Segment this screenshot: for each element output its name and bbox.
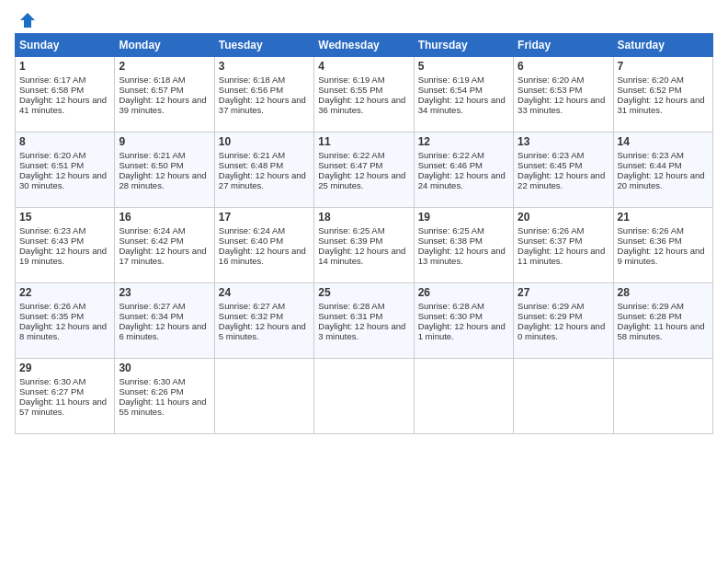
day-info-line: Sunset: 6:27 PM (19, 386, 84, 396)
day-info-line: Sunrise: 6:23 AM (19, 225, 85, 236)
calendar-cell: 29Sunrise: 6:30 AMSunset: 6:27 PMDayligh… (16, 359, 115, 434)
day-info-line: Sunset: 6:57 PM (119, 85, 183, 95)
calendar-cell: 13Sunrise: 6:23 AMSunset: 6:45 PMDayligh… (514, 132, 613, 208)
day-info-line: Daylight: 12 hours and 36 minutes. (318, 95, 405, 115)
day-info-line: Daylight: 11 hours and 55 minutes. (119, 396, 206, 417)
day-info-line: Sunset: 6:28 PM (618, 311, 682, 321)
day-info-line: Sunset: 6:53 PM (518, 85, 582, 95)
day-info-line: Sunset: 6:34 PM (119, 311, 183, 321)
day-info-line: Sunrise: 6:20 AM (518, 75, 584, 85)
day-number: 2 (119, 60, 210, 73)
day-info-line: Sunset: 6:48 PM (219, 160, 283, 170)
day-number: 24 (219, 286, 310, 299)
day-number: 14 (618, 135, 709, 148)
day-number: 18 (318, 211, 409, 224)
day-number: 13 (518, 135, 609, 148)
day-number: 23 (119, 286, 210, 299)
calendar-cell: 30Sunrise: 6:30 AMSunset: 6:26 PMDayligh… (115, 359, 214, 434)
day-info-line: Daylight: 12 hours and 20 minutes. (618, 170, 705, 190)
day-info-line: Sunrise: 6:21 AM (219, 150, 285, 160)
day-info-line: Daylight: 12 hours and 28 minutes. (119, 170, 206, 190)
day-info-line: Sunrise: 6:28 AM (418, 301, 484, 311)
day-number: 16 (119, 211, 210, 224)
day-info-line: Daylight: 12 hours and 30 minutes. (19, 170, 107, 190)
calendar-cell: 11Sunrise: 6:22 AMSunset: 6:47 PMDayligh… (314, 132, 414, 208)
day-info-line: Sunrise: 6:24 AM (119, 225, 185, 236)
day-number: 1 (19, 60, 110, 73)
day-info-line: Sunrise: 6:25 AM (318, 225, 384, 236)
calendar-cell: 18Sunrise: 6:25 AMSunset: 6:39 PMDayligh… (314, 208, 414, 283)
day-number: 11 (318, 135, 409, 148)
day-info-line: Sunrise: 6:20 AM (19, 150, 85, 160)
day-info-line: Daylight: 12 hours and 27 minutes. (219, 170, 306, 190)
day-info-line: Sunrise: 6:19 AM (318, 75, 384, 85)
day-info-line: Sunrise: 6:30 AM (119, 376, 185, 386)
day-info-line: Daylight: 12 hours and 34 minutes. (418, 95, 506, 115)
day-info-line: Sunrise: 6:29 AM (618, 301, 684, 311)
day-info-line: Sunrise: 6:27 AM (119, 301, 185, 311)
day-number: 17 (219, 211, 310, 224)
day-header-tuesday: Tuesday (214, 34, 313, 57)
calendar-cell: 8Sunrise: 6:20 AMSunset: 6:51 PMDaylight… (16, 132, 115, 208)
day-number: 28 (618, 286, 709, 299)
day-number: 7 (618, 60, 709, 73)
day-number: 19 (418, 211, 509, 224)
day-info-line: Daylight: 12 hours and 22 minutes. (518, 170, 605, 190)
calendar-cell: 3Sunrise: 6:18 AMSunset: 6:56 PMDaylight… (214, 57, 313, 132)
day-info-line: Daylight: 12 hours and 31 minutes. (618, 95, 705, 115)
day-info-line: Sunrise: 6:27 AM (219, 301, 285, 311)
day-number: 4 (318, 60, 409, 73)
day-number: 8 (19, 135, 110, 148)
day-info-line: Sunrise: 6:26 AM (518, 225, 584, 236)
day-number: 12 (418, 135, 509, 148)
day-info-line: Sunset: 6:29 PM (518, 311, 582, 321)
day-info-line: Daylight: 12 hours and 39 minutes. (119, 95, 206, 115)
calendar-cell (613, 359, 712, 434)
calendar-cell: 25Sunrise: 6:28 AMSunset: 6:31 PMDayligh… (314, 283, 414, 359)
day-info-line: Sunrise: 6:17 AM (19, 75, 85, 85)
day-number: 22 (19, 286, 110, 299)
day-info-line: Sunrise: 6:24 AM (219, 225, 285, 236)
day-info-line: Sunrise: 6:18 AM (219, 75, 285, 85)
calendar-week-1: 1Sunrise: 6:17 AMSunset: 6:58 PMDaylight… (16, 57, 713, 132)
day-info-line: Sunset: 6:56 PM (219, 85, 283, 95)
day-number: 30 (119, 362, 210, 374)
day-info-line: Sunset: 6:54 PM (418, 85, 483, 95)
calendar-cell: 21Sunrise: 6:26 AMSunset: 6:36 PMDayligh… (613, 208, 712, 283)
day-info-line: Daylight: 12 hours and 6 minutes. (119, 321, 206, 341)
day-info-line: Sunrise: 6:23 AM (618, 150, 684, 160)
day-info-line: Sunrise: 6:22 AM (318, 150, 384, 160)
main-container: SundayMondayTuesdayWednesdayThursdayFrid… (0, 0, 728, 442)
calendar-cell: 22Sunrise: 6:26 AMSunset: 6:35 PMDayligh… (16, 283, 115, 359)
day-info-line: Daylight: 12 hours and 1 minute. (418, 321, 506, 341)
day-info-line: Sunset: 6:39 PM (318, 236, 382, 246)
calendar-header-row: SundayMondayTuesdayWednesdayThursdayFrid… (16, 34, 713, 57)
day-number: 10 (219, 135, 310, 148)
day-number: 20 (518, 211, 609, 224)
day-info-line: Daylight: 12 hours and 25 minutes. (318, 170, 405, 190)
day-info-line: Sunset: 6:36 PM (618, 236, 682, 246)
day-number: 26 (418, 286, 509, 299)
day-info-line: Sunset: 6:37 PM (518, 236, 582, 246)
day-info-line: Sunrise: 6:26 AM (618, 225, 684, 236)
calendar-week-4: 22Sunrise: 6:26 AMSunset: 6:35 PMDayligh… (16, 283, 713, 359)
header (15, 11, 713, 26)
calendar-cell: 16Sunrise: 6:24 AMSunset: 6:42 PMDayligh… (115, 208, 214, 283)
day-info-line: Sunset: 6:46 PM (418, 160, 483, 170)
calendar-cell: 17Sunrise: 6:24 AMSunset: 6:40 PMDayligh… (214, 208, 313, 283)
day-number: 5 (418, 60, 509, 73)
calendar-cell: 24Sunrise: 6:27 AMSunset: 6:32 PMDayligh… (214, 283, 313, 359)
day-number: 15 (19, 211, 110, 224)
calendar-cell: 9Sunrise: 6:21 AMSunset: 6:50 PMDaylight… (115, 132, 214, 208)
day-info-line: Sunrise: 6:18 AM (119, 75, 185, 85)
day-info-line: Sunrise: 6:19 AM (418, 75, 484, 85)
calendar-cell: 20Sunrise: 6:26 AMSunset: 6:37 PMDayligh… (514, 208, 613, 283)
day-info-line: Sunset: 6:52 PM (618, 85, 682, 95)
day-info-line: Daylight: 12 hours and 17 minutes. (119, 246, 206, 266)
day-header-wednesday: Wednesday (314, 34, 414, 57)
day-info-line: Sunset: 6:45 PM (518, 160, 582, 170)
day-info-line: Sunset: 6:38 PM (418, 236, 483, 246)
day-info-line: Sunset: 6:40 PM (219, 236, 283, 246)
day-info-line: Daylight: 12 hours and 9 minutes. (618, 246, 705, 266)
day-info-line: Sunset: 6:55 PM (318, 85, 382, 95)
